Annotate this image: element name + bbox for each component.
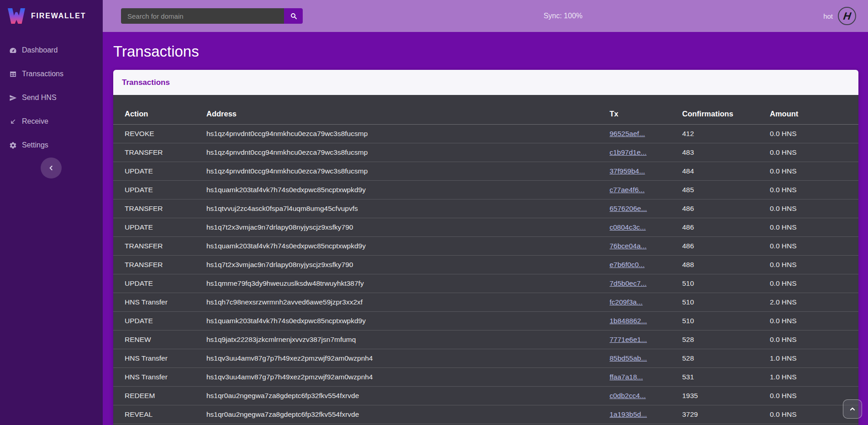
tx-link[interactable]: 76bce04a... [610,242,647,250]
cell-action: REVEAL [113,405,206,424]
cell-confirmations: 528 [682,349,770,368]
table-row: UPDATE hs1qmme79fq3dy9hweuzuslksdw48trwu… [113,274,858,293]
cell-amount: 0.0 HNS [770,181,858,199]
cell-tx: 1a193b5d... [610,405,682,424]
cell-tx: 96525aef... [610,125,682,143]
cell-action: TRANSFER [113,237,206,256]
chevron-left-icon [47,164,55,172]
tx-link[interactable]: ffaa7a18... [610,373,643,381]
cell-address: hs1qv3uu4amv87g7p7h49xez2pmzwjf92am0wzpn… [206,349,610,368]
sidebar-item-label: Send HNS [22,94,57,102]
tx-link[interactable]: fc209f3a... [610,298,642,306]
tx-link[interactable]: 85bd55ab... [610,354,647,362]
search-input[interactable] [121,8,284,24]
cell-action: UPDATE [113,162,206,181]
page-title: Transactions [103,32,868,70]
sync-status: Sync: 100% [303,12,823,20]
tx-link[interactable]: e7b6f0c0... [610,261,645,268]
table-row: TRANSFER hs1q7t2x3vmjac9n7drlapy08nyjysc… [113,256,858,274]
tx-link[interactable]: c1b97d1e... [610,148,647,156]
transactions-card: Transactions Action Address Tx Confirmat… [113,70,858,425]
chevron-up-icon [849,405,856,413]
tx-link[interactable]: c77ae4f6... [610,186,645,194]
main-content: Transactions Transactions Action Address… [103,32,868,425]
table-row: HNS Transfer hs1qh7c98nexsrzwrmnh2avved6… [113,293,858,312]
table-row: REVOKE hs1qz4pnvdnt0ccg94nmkhcu0ezca79wc… [113,125,858,143]
sidebar-nav: Dashboard Transactions Send HNS Receive … [0,38,103,157]
tx-link[interactable]: 1b848862... [610,317,647,325]
transactions-table-wrap: Action Address Tx Confirmations Amount R… [113,95,858,425]
sidebar-item-dashboard[interactable]: Dashboard [0,38,103,62]
cell-tx: 7771e6e1... [610,331,682,349]
cell-confirmations: 486 [682,218,770,237]
cell-tx: 6576206e... [610,199,682,218]
cell-action: TRANSFER [113,256,206,274]
cell-tx: ffaa7a18... [610,368,682,387]
sidebar-item-settings[interactable]: Settings [0,133,103,157]
table-row: REVEAL hs1qr0au2ngegwa7za8gdeptc6fp32fkv… [113,405,858,424]
sidebar-item-transactions[interactable]: Transactions [0,62,103,86]
cell-confirmations: 484 [682,162,770,181]
table-row: HNS Transfer hs1qv3uu4amv87g7p7h49xez2pm… [113,368,858,387]
cell-action: HNS Transfer [113,368,206,387]
cell-action: REVOKE [113,125,206,143]
cell-confirmations: 3729 [682,405,770,424]
cell-address: hs1qtvvuj2zc4asck0fspa7l4uqm8umg45cfvupv… [206,199,610,218]
cell-amount: 0.0 HNS [770,312,858,331]
domain-search [121,8,303,24]
tx-link[interactable]: 7771e6e1... [610,336,647,343]
cell-amount: 1.0 HNS [770,368,858,387]
scroll-to-top-button[interactable] [843,399,862,419]
tx-link[interactable]: 7d5b0ec7... [610,279,647,287]
tx-link[interactable]: c0db2cc4... [610,392,646,399]
cell-address: hs1quamk203taf4vk7h74s0edxpwc85ncptxwpkd… [206,237,610,256]
cell-action: UPDATE [113,274,206,293]
cell-amount: 2.0 HNS [770,293,858,312]
tx-link[interactable]: c0804c3c... [610,223,646,231]
cell-amount: 0.0 HNS [770,218,858,237]
table-row: TRANSFER hs1qz4pnvdnt0ccg94nmkhcu0ezca79… [113,143,858,162]
tx-link[interactable]: 1a193b5d... [610,410,647,418]
cell-action: HNS Transfer [113,293,206,312]
search-icon [290,12,297,20]
cell-address: hs1qz4pnvdnt0ccg94nmkhcu0ezca79wc3s8fucs… [206,143,610,162]
tx-link[interactable]: 37f959b4... [610,167,645,175]
cell-tx: e7b6f0c0... [610,256,682,274]
cell-confirmations: 488 [682,256,770,274]
column-header-confirmations: Confirmations [682,95,770,125]
cell-address: hs1qr0au2ngegwa7za8gdeptc6fp32fkv554fxrv… [206,405,610,424]
cell-amount: 0.0 HNS [770,143,858,162]
tx-link[interactable]: 6576206e... [610,205,647,212]
cell-confirmations: 486 [682,199,770,218]
cell-address: hs1quamk203taf4vk7h74s0edxpwc85ncptxwpkd… [206,181,610,199]
search-button[interactable] [284,8,303,24]
handshake-logo-icon: H [838,7,856,25]
wallet-name: hot [823,12,833,20]
topbar: Sync: 100% hot H [103,0,868,32]
brand[interactable]: FIREWALLET [0,0,103,32]
sidebar: FIREWALLET Dashboard Transactions Send H… [0,0,103,425]
transactions-table: Action Address Tx Confirmations Amount R… [113,95,858,424]
cell-confirmations: 510 [682,293,770,312]
cell-action: UPDATE [113,181,206,199]
cell-tx: c0804c3c... [610,218,682,237]
cell-amount: 0.0 HNS [770,125,858,143]
cell-address: hs1qv3uu4amv87g7p7h49xez2pmzwjf92am0wzpn… [206,368,610,387]
cell-tx: 7d5b0ec7... [610,274,682,293]
sidebar-item-send-hns[interactable]: Send HNS [0,86,103,110]
sidebar-item-label: Settings [22,141,48,149]
table-row: HNS Transfer hs1qv3uu4amv87g7p7h49xez2pm… [113,349,858,368]
column-header-address: Address [206,95,610,125]
sidebar-item-label: Transactions [22,70,63,78]
tx-link[interactable]: 96525aef... [610,130,645,137]
cell-address: hs1q7t2x3vmjac9n7drlapy08nyjyscjz9xsfky7… [206,218,610,237]
wallet-menu[interactable]: hot H [823,7,868,25]
sidebar-item-receive[interactable]: Receive [0,110,103,133]
cell-amount: 0.0 HNS [770,331,858,349]
table-row: UPDATE hs1quamk203taf4vk7h74s0edxpwc85nc… [113,181,858,199]
dashboard-icon [9,46,17,54]
cell-action: TRANSFER [113,143,206,162]
cell-action: RENEW [113,331,206,349]
sidebar-collapse-button[interactable] [41,157,62,178]
cell-action: HNS Transfer [113,349,206,368]
